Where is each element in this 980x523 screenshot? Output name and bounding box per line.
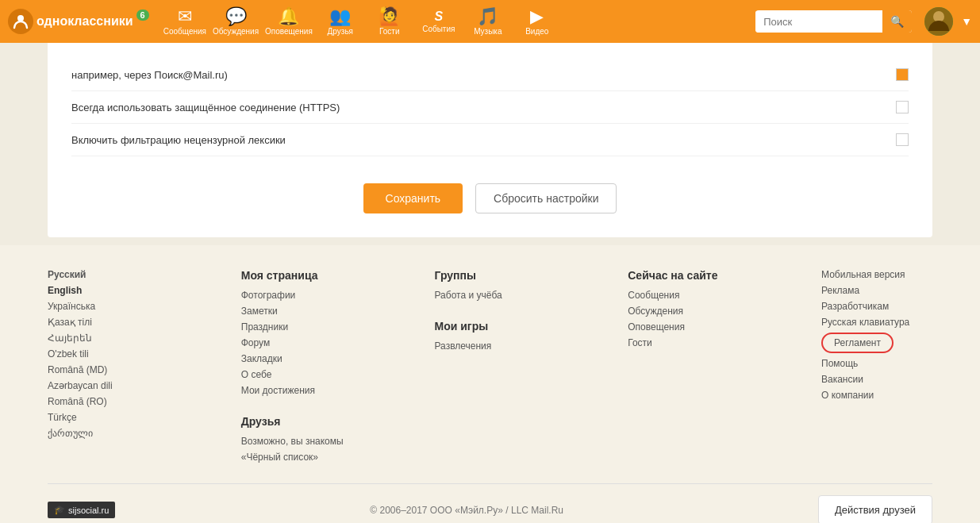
footer-vacancies[interactable]: Вакансии	[821, 374, 932, 385]
lang-azerbaijani[interactable]: Azərbaycan dili	[48, 380, 159, 391]
nav-guests-label: Гости	[379, 27, 399, 36]
footer-more-links: Мобильная версия Реклама Разработчикам Р…	[821, 269, 932, 467]
top-navigation: одноклассники 6 ✉ Сообщения 💬 Обсуждения…	[0, 0, 980, 43]
sijsocial-icon: 🎓	[54, 505, 65, 515]
search-button[interactable]: 🔍	[882, 10, 912, 33]
footer-photos[interactable]: Фотографии	[241, 290, 352, 301]
nav-messages-label: Сообщения	[163, 27, 206, 36]
nav-discussions[interactable]: 💬 Обсуждения	[213, 8, 259, 36]
events-icon: S	[434, 10, 443, 23]
footer-work-study[interactable]: Работа и учёба	[435, 290, 546, 301]
footer-my-games-title: Мои игры	[435, 320, 546, 333]
message-badge: 6	[136, 10, 149, 21]
footer-bookmarks[interactable]: Закладки	[241, 353, 352, 364]
settings-row-1-text: например, через Поиск@Mail.ru)	[71, 69, 228, 81]
logo-icon	[8, 9, 33, 34]
settings-checkbox-3[interactable]	[896, 133, 909, 146]
reset-button[interactable]: Сбросить настройки	[475, 183, 617, 213]
settings-row-3: Включить фильтрацию нецензурной лексики	[71, 124, 909, 156]
search-input[interactable]	[755, 11, 882, 33]
nav-guests[interactable]: 🙋 Гости	[368, 8, 411, 36]
footer-entertainment[interactable]: Развлечения	[435, 340, 546, 352]
footer-groups-title: Группы	[435, 269, 546, 282]
settings-actions: Сохранить Сбросить настройки	[71, 175, 909, 213]
lang-ukrainian[interactable]: Українська	[48, 301, 159, 312]
footer-mobile[interactable]: Мобильная версия	[821, 269, 932, 280]
footer-achievements[interactable]: Мои достижения	[241, 385, 352, 396]
settings-row-1: например, через Поиск@Mail.ru)	[71, 59, 909, 91]
nav-notifications-label: Оповещения	[265, 27, 313, 36]
save-button[interactable]: Сохранить	[363, 183, 463, 213]
settings-row-2: Всегда использовать защищённое соединени…	[71, 91, 909, 124]
lang-english[interactable]: English	[48, 285, 159, 296]
nav-music[interactable]: 🎵 Музыка	[467, 8, 509, 36]
lang-kazakh[interactable]: Қазақ тілі	[48, 317, 159, 328]
svg-point-2	[933, 11, 944, 22]
lang-romanian-ro[interactable]: Română (RO)	[48, 396, 159, 407]
avatar-dropdown-icon[interactable]: ▼	[961, 15, 972, 28]
nav-video-label: Видео	[525, 27, 548, 36]
settings-checkbox-2[interactable]	[896, 101, 909, 113]
logo-link[interactable]: одноклассники 6	[8, 9, 149, 34]
footer: Русский English Українська Қазақ тілі Հա…	[0, 245, 980, 523]
lang-romanian-md[interactable]: Română (MD)	[48, 364, 159, 375]
footer-about[interactable]: О себе	[241, 369, 352, 380]
settings-checkbox-1[interactable]	[896, 68, 909, 81]
footer-help[interactable]: Помощь	[821, 358, 932, 369]
messages-icon: ✉	[178, 8, 192, 25]
footer-copyright: © 2006–2017 ООО «Мэйл.Ру» / LLC Mail.Ru	[370, 505, 563, 516]
footer-holidays[interactable]: Праздники	[241, 321, 352, 333]
footer-languages: Русский English Українська Қазақ тілі Հա…	[48, 269, 159, 467]
footer-now-discussions[interactable]: Обсуждения	[628, 306, 739, 317]
footer-now-on-site: Сейчас на сайте Сообщения Обсуждения Опо…	[628, 269, 739, 467]
footer-reglament[interactable]: Регламент	[821, 333, 894, 353]
nav-friends-label: Друзья	[328, 27, 353, 36]
footer-my-page: Моя страница Фотографии Заметки Праздник…	[241, 269, 352, 467]
video-icon: ▶	[530, 8, 544, 25]
footer-ads[interactable]: Реклама	[821, 285, 932, 296]
search-bar: 🔍	[755, 10, 912, 33]
footer-now-messages[interactable]: Сообщения	[628, 290, 739, 301]
nav-notifications[interactable]: 🔔 Оповещения	[265, 8, 313, 36]
settings-row-2-text: Всегда использовать защищённое соединени…	[71, 102, 340, 113]
lang-turkish[interactable]: Türkçe	[48, 412, 159, 423]
logo-text: одноклассники	[37, 14, 133, 29]
lang-uzbek[interactable]: O'zbek tili	[48, 348, 159, 360]
footer-my-page-title: Моя страница	[241, 269, 352, 282]
sijsocial-text: sijsocial.ru	[68, 506, 109, 515]
nav-events[interactable]: S События	[417, 10, 460, 33]
footer-developers[interactable]: Разработчикам	[821, 301, 932, 312]
nav-discussions-label: Обсуждения	[213, 27, 259, 36]
footer-about-company[interactable]: О компании	[821, 390, 932, 401]
friends-icon: 👥	[329, 8, 351, 25]
guests-icon: 🙋	[379, 8, 400, 25]
settings-panel: например, через Поиск@Mail.ru) Всегда ис…	[48, 43, 932, 237]
footer-columns: Русский English Українська Қазақ тілі Հա…	[48, 269, 932, 467]
lang-georgian[interactable]: ქართული	[48, 428, 159, 439]
footer-forum[interactable]: Форум	[241, 337, 352, 348]
user-avatar[interactable]	[924, 7, 953, 36]
friends-action-button[interactable]: Действия друзей	[818, 495, 932, 523]
lang-russian[interactable]: Русский	[48, 269, 159, 280]
footer-now-title: Сейчас на сайте	[628, 269, 739, 282]
footer-notes[interactable]: Заметки	[241, 306, 352, 317]
music-icon: 🎵	[477, 8, 498, 25]
footer-blacklist[interactable]: «Чёрный список»	[241, 452, 352, 463]
footer-now-guests[interactable]: Гости	[628, 337, 739, 348]
footer-groups-games: Группы Работа и учёба Мои игры Развлечен…	[435, 269, 546, 467]
sijsocial-logo: 🎓 sijsocial.ru	[48, 502, 115, 518]
notifications-icon: 🔔	[278, 8, 299, 25]
lang-armenian[interactable]: Հայերեն	[48, 333, 159, 344]
nav-events-label: События	[422, 25, 455, 33]
nav-music-label: Музыка	[474, 27, 502, 36]
nav-video[interactable]: ▶ Видео	[516, 8, 559, 36]
footer-maybe-know[interactable]: Возможно, вы знакомы	[241, 436, 352, 447]
footer-watermark-area: 🎓 sijsocial.ru	[48, 502, 115, 518]
nav-friends[interactable]: 👥 Друзья	[319, 8, 362, 36]
main-area: например, через Поиск@Mail.ru) Всегда ис…	[0, 43, 980, 523]
footer-keyboard[interactable]: Русская клавиатура	[821, 317, 932, 328]
footer-friends-title: Друзья	[241, 415, 352, 428]
footer-now-notifications[interactable]: Оповещения	[628, 321, 739, 333]
settings-row-3-text: Включить фильтрацию нецензурной лексики	[71, 134, 286, 146]
nav-messages[interactable]: ✉ Сообщения	[163, 8, 206, 36]
